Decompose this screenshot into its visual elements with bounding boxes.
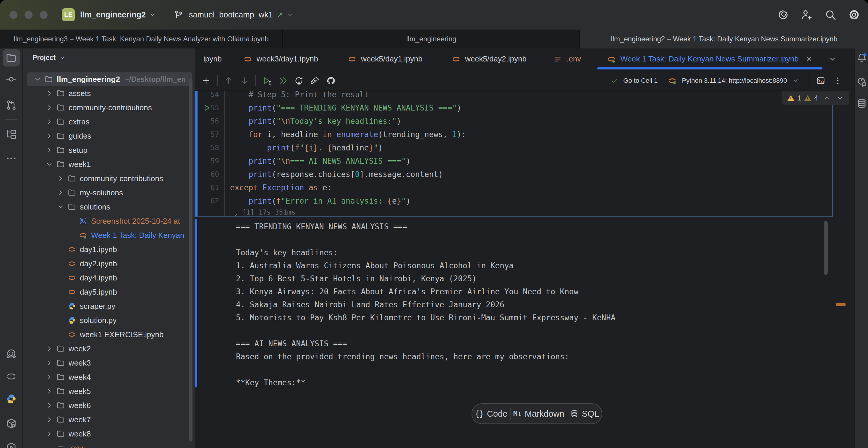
tree-item[interactable]: solution.py xyxy=(23,313,195,327)
tab-list-chevron-icon[interactable] xyxy=(828,54,837,64)
inspections-widget[interactable]: 14 xyxy=(782,91,849,105)
prev-problem-icon[interactable] xyxy=(823,94,831,102)
minimize-window-button[interactable] xyxy=(25,11,33,19)
chevron-right-icon[interactable] xyxy=(45,89,54,98)
tree-item[interactable]: Screenshot 2025-10-24 at xyxy=(23,214,195,228)
tree-item[interactable]: extras xyxy=(23,115,195,129)
github-icon[interactable] xyxy=(326,76,336,86)
code-cell[interactable]: 54 # Step 5: Print the result55 print("=… xyxy=(197,91,833,217)
error-stripe-mark[interactable] xyxy=(836,303,845,306)
chevron-right-icon[interactable] xyxy=(45,387,54,396)
tree-item[interactable]: llm_engineering2~/Desktop/llm_en xyxy=(23,72,195,86)
tree-item[interactable]: scraper.py xyxy=(23,299,195,313)
tree-item[interactable]: week1 xyxy=(23,157,195,171)
chevron-right-icon[interactable] xyxy=(45,415,54,424)
tree-item[interactable]: assets xyxy=(23,86,195,100)
add-cell-icon[interactable] xyxy=(201,76,211,86)
output-scrollbar[interactable] xyxy=(824,221,828,275)
project-tree-scrollbar[interactable] xyxy=(189,78,192,442)
add-sql-cell-button[interactable]: SQL xyxy=(570,409,599,419)
ai-assistant-icon[interactable] xyxy=(856,76,867,88)
tree-item[interactable]: week5 xyxy=(23,384,195,398)
chevron-down-icon[interactable] xyxy=(33,75,42,84)
search-icon[interactable] xyxy=(824,8,837,21)
python-console-tool-icon[interactable] xyxy=(5,393,17,405)
window-tab[interactable]: llm_engineering3 – Week 1 Task: Kenyan D… xyxy=(0,30,282,49)
jupyter-console-icon[interactable] xyxy=(816,76,826,86)
clear-outputs-icon[interactable] xyxy=(310,76,320,86)
code-line[interactable]: 61except Exception as e: xyxy=(198,181,832,194)
editor-tab[interactable]: .env xyxy=(541,49,592,69)
code-line[interactable]: 54 # Step 5: Print the result xyxy=(198,91,832,101)
jupyter-tool-icon[interactable] xyxy=(5,371,17,382)
editor-tab[interactable]: week3/day1.ipynb xyxy=(233,49,328,69)
chevron-right-icon[interactable] xyxy=(45,344,54,353)
editor-tab[interactable]: week5/day2.ipynb xyxy=(442,49,536,69)
chevron-right-icon[interactable] xyxy=(45,429,54,438)
tree-item[interactable]: day1.ipynb xyxy=(23,242,195,257)
code-line[interactable]: 57 for i, headline in enumerate(trending… xyxy=(198,128,832,141)
more-tools-icon[interactable] xyxy=(5,153,17,164)
zoom-window-button[interactable] xyxy=(40,11,48,19)
tree-item[interactable]: Week 1 Task: Daily Kenyan xyxy=(23,228,195,242)
tree-item[interactable]: solutions xyxy=(23,200,195,214)
commit-tool-icon[interactable] xyxy=(5,73,17,85)
services-tool-icon[interactable] xyxy=(5,442,17,448)
settings-icon[interactable] xyxy=(848,8,860,21)
window-tab[interactable]: llm_engineering xyxy=(283,30,580,49)
chevron-right-icon[interactable] xyxy=(45,358,54,367)
chevron-right-icon[interactable] xyxy=(45,131,54,140)
tree-item[interactable]: week3 xyxy=(23,356,195,370)
tree-item[interactable]: week8 xyxy=(23,427,195,441)
next-problem-icon[interactable] xyxy=(836,94,844,102)
close-tab-icon[interactable] xyxy=(805,55,813,63)
huggingface-tool-icon[interactable] xyxy=(5,348,17,360)
tree-item[interactable]: my-solutions xyxy=(23,186,195,200)
vcs-widget[interactable]: samuel_bootcamp_wk1 ↗ xyxy=(174,10,294,20)
tree-item[interactable]: week7 xyxy=(23,413,195,427)
run-all-cells-icon[interactable] xyxy=(278,76,288,86)
structure-tool-icon[interactable] xyxy=(5,129,17,140)
tree-item[interactable]: week2 xyxy=(23,342,195,356)
notifications-icon[interactable] xyxy=(856,52,867,64)
tree-item[interactable]: day5.ipynb xyxy=(23,285,195,299)
tree-item[interactable]: day4.ipynb xyxy=(23,271,195,285)
code-line[interactable]: 58 print(f"{i}. {headline}") xyxy=(198,141,832,154)
add-code-cell-button[interactable]: {}Code xyxy=(475,409,507,419)
ai-swirl-icon[interactable] xyxy=(777,8,789,21)
chevron-down-icon[interactable] xyxy=(792,76,800,85)
code-line[interactable]: 56 print("\nToday's key headlines:") xyxy=(198,115,832,128)
chevron-right-icon[interactable] xyxy=(45,373,54,382)
chevron-right-icon[interactable] xyxy=(45,103,54,112)
chevron-right-icon[interactable] xyxy=(45,117,54,126)
window-tab[interactable]: llm_engineering2 – Week 1 Task: Daily Ke… xyxy=(580,30,868,49)
project-panel-header[interactable]: Project xyxy=(33,54,66,62)
chevron-down-icon[interactable] xyxy=(56,202,65,211)
chevron-down-icon[interactable] xyxy=(45,160,54,169)
code-line[interactable]: 59 print("\n=== AI NEWS ANALYSIS ===") xyxy=(198,154,832,167)
database-tool-icon[interactable] xyxy=(856,98,867,109)
chevron-down-icon[interactable] xyxy=(149,11,156,19)
move-cell-up-icon[interactable] xyxy=(223,76,234,86)
code-line[interactable]: 60 print(response.choices[0].message.con… xyxy=(198,167,832,181)
project-name[interactable]: llm_engineering2 xyxy=(80,10,146,20)
python-packages-tool-icon[interactable] xyxy=(5,418,17,429)
chevron-right-icon[interactable] xyxy=(45,401,54,410)
chevron-right-icon[interactable] xyxy=(45,146,54,155)
project-avatar[interactable]: LE xyxy=(62,8,75,21)
editor-tab[interactable]: Week 1 Task: Daily Kenyan News Summarize… xyxy=(597,49,823,69)
more-options-icon[interactable] xyxy=(833,76,843,86)
add-user-icon[interactable] xyxy=(801,8,813,21)
tree-item[interactable]: week4 xyxy=(23,370,195,384)
code-line[interactable]: 62 print(f"Error in AI analysis: {e}") xyxy=(198,194,832,207)
chevron-right-icon[interactable] xyxy=(56,174,65,183)
move-cell-down-icon[interactable] xyxy=(240,76,250,86)
tree-item[interactable]: community-contributions xyxy=(23,100,195,115)
tree-item[interactable]: week6 xyxy=(23,398,195,413)
chevron-down-icon[interactable] xyxy=(286,11,294,19)
editor-tab[interactable]: ipynb xyxy=(195,49,230,69)
window-controls[interactable] xyxy=(9,11,48,19)
close-window-button[interactable] xyxy=(9,11,18,19)
tree-item[interactable]: guides xyxy=(23,129,195,143)
tree-item[interactable]: .env xyxy=(23,441,195,448)
